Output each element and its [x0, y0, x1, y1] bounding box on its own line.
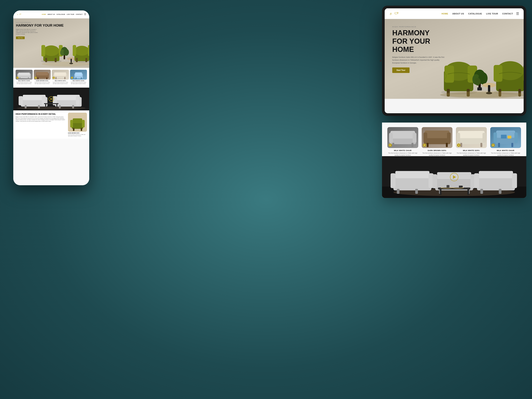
phone-nav-livetour[interactable]: LIVE TOUR: [67, 14, 74, 15]
phone-products-row: 1 MILK WHITE CHAIR The first furniture s…: [16, 70, 87, 84]
svg-rect-35: [64, 77, 65, 79]
phone-about-chair-block: DARK BROWN SOFA The first furniture show…: [68, 113, 87, 136]
tablet-product-desc-2: The first furniture showroom in Tbilisi …: [422, 152, 453, 156]
svg-point-90: [446, 92, 522, 97]
tablet-start-tour-button[interactable]: Start Tour: [392, 67, 410, 73]
svg-rect-124: [397, 189, 399, 194]
phone-nav-about[interactable]: ABOUT US: [47, 14, 55, 15]
svg-rect-38: [75, 77, 76, 79]
svg-rect-102: [446, 143, 448, 147]
tablet-product-name-1: MILK WHITE CHAIR: [387, 149, 418, 151]
phone-device: 𝓑 HOME ABOUT US CATALOGUE LIVE TOUR CONT…: [13, 10, 89, 185]
svg-rect-108: [480, 143, 482, 147]
svg-rect-111: [494, 132, 497, 143]
svg-rect-59: [70, 120, 73, 128]
tablet-hero-label: HIGH PERFORMANCE: [392, 26, 445, 28]
svg-rect-107: [460, 143, 462, 147]
tablet-product-2[interactable]: 2 DARK BROWN SOFA The first furniture sh…: [422, 127, 453, 156]
phone-play-button[interactable]: [49, 96, 54, 102]
svg-rect-26: [19, 77, 20, 79]
svg-rect-34: [56, 77, 57, 79]
svg-rect-142: [459, 186, 463, 187]
tablet-nav: 𝓑 HOME ABOUT US CATALOGUE LIVE TOUR CONT…: [385, 8, 524, 19]
svg-rect-140: [468, 189, 469, 195]
phone-product-2[interactable]: 2 DARK BROWN SOFA The first furniture sh…: [34, 70, 51, 84]
tablet-play-button[interactable]: [450, 173, 458, 181]
tablet-hamburger-icon[interactable]: ☰: [516, 12, 519, 16]
svg-text:𝓑: 𝓑: [17, 13, 18, 15]
svg-rect-37: [75, 72, 82, 76]
tablet-product-num-4: 4: [491, 143, 495, 147]
svg-rect-93: [389, 133, 393, 143]
tablet-device: 𝓑 HOME ABOUT US CATALOGUE LIVE TOUR CONT…: [382, 6, 526, 116]
svg-rect-8: [55, 58, 57, 62]
tablet-play-icon: [453, 175, 456, 179]
svg-rect-92: [390, 131, 415, 139]
phone-nav: 𝓑 HOME ABOUT US CATALOGUE LIVE TOUR CONT…: [13, 10, 89, 19]
phone-nav-catalogue[interactable]: CATALOGUE: [56, 14, 65, 15]
tablet-nav-contact[interactable]: CONTACT: [502, 13, 513, 15]
svg-rect-100: [447, 132, 451, 143]
tablet-hero-desc: Belgian furniture Salon BELUX is founded…: [392, 56, 445, 64]
phone-product-num-4: 4: [71, 77, 73, 79]
svg-rect-135: [512, 173, 517, 188]
tablet-hero: HIGH PERFORMANCE HARMONY FOR YOUR HOME B…: [385, 19, 524, 99]
svg-rect-52: [44, 103, 58, 104]
tablet-nav-home[interactable]: HOME: [442, 13, 448, 15]
svg-rect-21: [76, 58, 78, 62]
phone-product-desc-2: The first furniture showroom in Tbilisi …: [34, 82, 51, 84]
phone-logo: 𝓑: [16, 13, 22, 16]
phone-product-3[interactable]: 3 MILK WHITE SOFA The first furniture sh…: [52, 70, 69, 84]
svg-rect-95: [392, 143, 394, 147]
phone-product-desc-3: The first furniture showroom in Tbilisi …: [52, 82, 69, 84]
svg-rect-134: [474, 173, 479, 188]
tablet-product-1[interactable]: 1 MILK WHITE CHAIR The first furniture s…: [387, 127, 418, 156]
phone-product-thumb-1: 1: [16, 70, 33, 80]
svg-rect-30: [37, 77, 38, 79]
phone-hamburger-icon[interactable]: ☰: [84, 13, 86, 16]
svg-rect-20: [88, 45, 89, 56]
phone-product-4[interactable]: 4 MILK WHITE CHAIR The first furniture s…: [70, 70, 87, 84]
tablet-hero-title: HARMONY FOR YOUR HOME: [392, 29, 445, 54]
svg-rect-60: [82, 120, 85, 128]
svg-rect-101: [427, 143, 429, 147]
svg-rect-78: [477, 87, 482, 90]
svg-rect-139: [440, 189, 441, 195]
phone-product-1[interactable]: 1 MILK WHITE CHAIR The first furniture s…: [16, 70, 33, 84]
tablet-nav-catalogue[interactable]: CATALOGUE: [468, 13, 482, 15]
phone-nav-home[interactable]: HOME: [42, 14, 46, 15]
svg-point-23: [42, 62, 89, 66]
phone-product-thumb-2: 2: [34, 70, 51, 80]
svg-rect-61: [73, 128, 74, 131]
svg-rect-33: [54, 72, 66, 76]
svg-rect-62: [81, 128, 82, 131]
phone-about-text-block: HIGH PERFORMANCE IN EVERY DETAIL Belgian…: [16, 113, 66, 136]
svg-point-55: [17, 107, 85, 110]
svg-rect-22: [85, 58, 87, 62]
tablet-hero-text: HIGH PERFORMANCE HARMONY FOR YOUR HOME B…: [392, 26, 445, 73]
svg-point-12: [63, 49, 69, 56]
phone-hero-text: HIGH PERFORMANCE HARMONY FOR YOUR HOME B…: [16, 22, 63, 39]
phone-product-desc-4: The first furniture showroom in Tbilisi …: [70, 82, 87, 84]
phone-hero-title: HARMONY FOR YOUR HOME: [16, 24, 63, 28]
svg-rect-128: [432, 174, 437, 188]
tablet-product-4[interactable]: 4 MILK WHITE CHAIR The first furniture s…: [490, 127, 521, 156]
tablet-product-3[interactable]: 3 MILK WHITE SOFA The first furniture sh…: [456, 127, 487, 156]
tablet-product-desc-4: The first furniture showroom in Tbilisi …: [490, 152, 521, 156]
tablet-nav-about[interactable]: ABOUT US: [452, 13, 464, 15]
tablet-screen: 𝓑 HOME ABOUT US CATALOGUE LIVE TOUR CONT…: [385, 8, 524, 113]
phone-nav-contact[interactable]: CONTACT: [76, 14, 82, 15]
svg-rect-106: [482, 133, 486, 143]
svg-rect-112: [514, 132, 518, 143]
svg-rect-121: [395, 171, 430, 178]
svg-rect-141: [447, 185, 450, 187]
phone-start-tour-button[interactable]: Start Tour: [16, 37, 25, 39]
svg-rect-116: [507, 136, 511, 139]
phone-product-num-1: 1: [16, 77, 19, 79]
phone-video-section: [13, 88, 89, 110]
tablet-bottom-section: 1 MILK WHITE CHAIR The first furniture s…: [382, 122, 526, 198]
svg-rect-114: [511, 143, 513, 147]
svg-rect-86: [523, 65, 524, 82]
tablet-nav-livetour[interactable]: LIVE TOUR: [486, 13, 498, 15]
phone-about-chair-desc: The first furniture showroom in Tbilisi …: [68, 134, 87, 136]
